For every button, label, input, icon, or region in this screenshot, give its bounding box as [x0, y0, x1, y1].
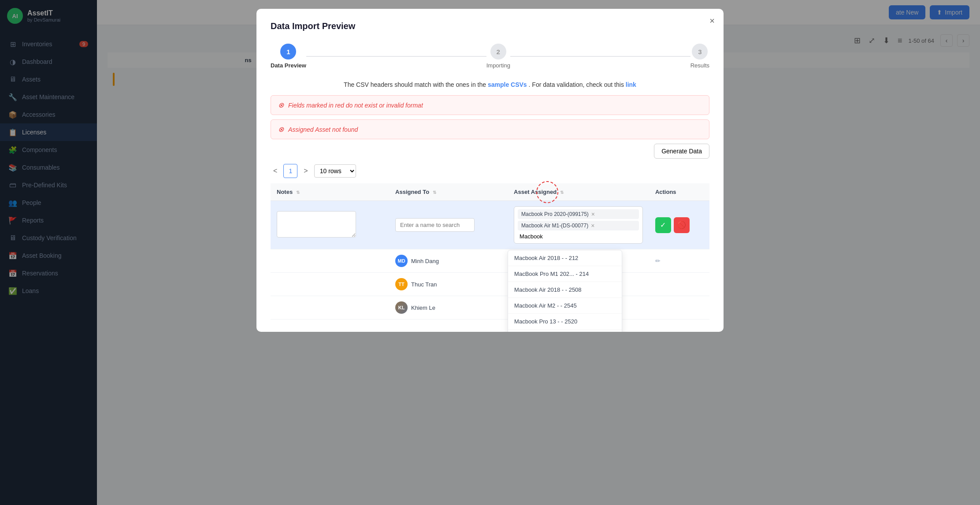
current-page-number: 1	[289, 167, 292, 175]
asset-tag-input[interactable]	[518, 232, 553, 241]
step-1-number: 1	[286, 48, 290, 56]
tag-remove-1[interactable]: ×	[591, 211, 595, 218]
step-3-label: Results	[690, 62, 709, 69]
table-wrapper: Notes ⇅ Assigned To ⇅ Asset Assigned ⇅	[271, 183, 709, 319]
asset-tag-label-2: Macbook Air M1-(DS-00077)	[521, 223, 588, 229]
table-nav: < 1 > 10 rows 25 rows 50 rows 100 rows	[271, 164, 709, 178]
generate-data-button[interactable]: Generate Data	[654, 144, 709, 159]
asset-assigned-cell: Macbook Pro 2020-(099175) × Macbook Air …	[508, 201, 649, 249]
sample-csv-link[interactable]: sample CSVs	[488, 81, 527, 88]
step-1-container: 1 Data Preview	[271, 44, 306, 69]
modal-overlay: Data Import Preview × 1 Data Preview 2 I…	[0, 0, 980, 505]
error-message-1: Fields marked in red do not exist or inv…	[288, 102, 423, 109]
cancel-button[interactable]: 🚫	[674, 217, 690, 233]
step-2-container: 2 Importing	[486, 44, 510, 69]
step-1-label: Data Preview	[271, 62, 306, 69]
notes-cell-4	[271, 296, 389, 319]
assigned-to-column-header: Assigned To ⇅	[389, 183, 508, 201]
step-line-2	[510, 56, 690, 57]
error-icon-2: ⊗	[278, 125, 284, 134]
person-name: Khiem Le	[411, 304, 435, 311]
info-text: The CSV headers should match with the on…	[271, 81, 709, 88]
step-3-number: 3	[698, 48, 702, 56]
table-row: KL Khiem Le	[271, 296, 709, 319]
person-name: Thuc Tran	[411, 281, 437, 288]
step-3-container: 3 Results	[690, 44, 709, 69]
asset-tags-container: Macbook Pro 2020-(099175) × Macbook Air …	[514, 206, 643, 244]
avatar: TT	[395, 278, 408, 290]
error-message-2: Assigned Asset not found	[288, 126, 358, 133]
person-cell: TT Thuc Tran	[395, 278, 501, 290]
current-page-box: 1	[283, 164, 297, 178]
dropdown-item-3[interactable]: Macbook Air 2018 - - 2508	[508, 282, 622, 298]
import-preview-table: Notes ⇅ Assigned To ⇅ Asset Assigned ⇅	[271, 183, 709, 319]
data-import-modal: Data Import Preview × 1 Data Preview 2 I…	[256, 9, 724, 332]
next-page-button[interactable]: >	[301, 165, 310, 177]
person-cell: MD Minh Dang	[395, 255, 501, 267]
dropdown-item-6[interactable]: Macbook Pro M2 - - 2515	[508, 330, 622, 332]
step-2-number: 2	[497, 48, 500, 56]
modal-close-button[interactable]: ×	[709, 16, 715, 26]
actions-cell-edit: ✓ 🚫	[649, 201, 709, 249]
actions-column-header: Actions	[649, 183, 709, 201]
table-row: TT Thuc Tran	[271, 273, 709, 296]
generate-data-label: Generate Data	[661, 148, 702, 155]
assigned-to-cell-4: KL Khiem Le	[389, 296, 508, 319]
modal-title: Data Import Preview	[271, 21, 709, 31]
avatar: KL	[395, 301, 408, 314]
notes-cell	[271, 201, 389, 249]
assigned-to-cell-2: MD Minh Dang	[389, 249, 508, 273]
rows-per-page-select[interactable]: 10 rows 25 rows 50 rows 100 rows	[314, 164, 356, 178]
assigned-to-input[interactable]	[395, 218, 475, 232]
error-icon-1: ⊗	[278, 101, 284, 109]
notes-cell-3	[271, 273, 389, 296]
asset-dropdown-list: Macbook Air 2018 - - 212 MacBook Pro M1 …	[508, 250, 622, 332]
edit-icon[interactable]: ✏	[655, 257, 661, 264]
dropdown-item-5[interactable]: Macbook Pro 13 - - 2520	[508, 314, 622, 330]
dropdown-item-2[interactable]: MacBook Pro M1 202... - 214	[508, 266, 622, 282]
info-prefix: The CSV headers should match with the on…	[344, 81, 488, 88]
assigned-to-cell-3: TT Thuc Tran	[389, 273, 508, 296]
actions-cell-3	[649, 273, 709, 296]
step-line-1	[306, 56, 486, 57]
error-banner-2: ⊗ Assigned Asset not found	[271, 119, 709, 139]
asset-tag-2: Macbook Air M1-(DS-00077) ×	[518, 221, 639, 230]
svg-point-0	[537, 182, 558, 203]
prev-page-button[interactable]: <	[271, 165, 280, 177]
table-row: MD Minh Dang ✏	[271, 249, 709, 273]
notes-cell-2	[271, 249, 389, 273]
assigned-sort-icon: ⇅	[433, 190, 436, 195]
person-name: Minh Dang	[411, 258, 439, 264]
validation-link[interactable]: link	[626, 81, 636, 88]
actions-cell-4	[649, 296, 709, 319]
dropdown-item-4[interactable]: Macbook Air M2 - - 2545	[508, 298, 622, 314]
tag-remove-2[interactable]: ×	[591, 222, 594, 229]
step-2-label: Importing	[486, 62, 510, 69]
asset-tag-label-1: Macbook Pro 2020-(099175)	[521, 211, 589, 217]
table-header-row: Notes ⇅ Assigned To ⇅ Asset Assigned ⇅	[271, 183, 709, 201]
notes-sort-icon: ⇅	[296, 190, 300, 195]
assigned-to-cell	[389, 201, 508, 249]
person-cell: KL Khiem Le	[395, 301, 501, 314]
editable-table-row: Macbook Pro 2020-(099175) × Macbook Air …	[271, 201, 709, 249]
notes-column-header: Notes ⇅	[271, 183, 389, 201]
step-2-circle: 2	[490, 44, 506, 59]
dropdown-item-1[interactable]: Macbook Air 2018 - - 212	[508, 250, 622, 266]
asset-tag-1: Macbook Pro 2020-(099175) ×	[518, 209, 639, 219]
asset-assigned-column-header: Asset Assigned ⇅	[508, 183, 649, 201]
notes-textarea[interactable]	[277, 211, 356, 238]
info-middle: . For data validation, check out this	[529, 81, 626, 88]
step-1-circle: 1	[280, 44, 296, 59]
confirm-button[interactable]: ✓	[655, 217, 671, 233]
avatar: MD	[395, 255, 408, 267]
error-banner-1: ⊗ Fields marked in red do not exist or i…	[271, 95, 709, 115]
stepper: 1 Data Preview 2 Importing 3 Results	[271, 44, 709, 69]
actions-cell-2: ✏	[649, 249, 709, 273]
action-buttons: ✓ 🚫	[655, 217, 703, 233]
step-3-circle: 3	[692, 44, 708, 59]
